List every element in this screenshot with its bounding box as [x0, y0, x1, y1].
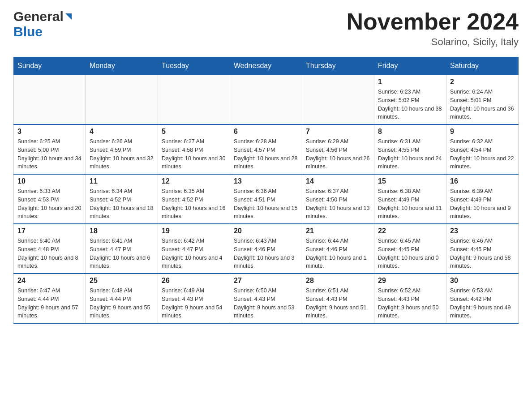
day-info: Sunrise: 6:34 AM Sunset: 4:52 PM Dayligh…	[90, 187, 154, 221]
day-info: Sunrise: 6:39 AM Sunset: 4:49 PM Dayligh…	[450, 187, 515, 221]
logo-blue-text: Blue	[13, 24, 43, 39]
day-number: 18	[90, 227, 154, 235]
logo-general-text: General	[13, 9, 64, 24]
day-info: Sunrise: 6:43 AM Sunset: 4:46 PM Dayligh…	[234, 237, 298, 270]
day-info: Sunrise: 6:33 AM Sunset: 4:53 PM Dayligh…	[17, 187, 82, 221]
calendar-cell	[158, 75, 230, 124]
calendar-week-4: 17Sunrise: 6:40 AM Sunset: 4:48 PM Dayli…	[14, 224, 519, 274]
calendar-cell: 2Sunrise: 6:24 AM Sunset: 5:01 PM Daylig…	[446, 75, 519, 124]
day-info: Sunrise: 6:23 AM Sunset: 5:02 PM Dayligh…	[378, 88, 442, 121]
weekday-header-row: Sunday Monday Tuesday Wednesday Thursday…	[14, 57, 519, 75]
header-monday: Monday	[86, 57, 158, 75]
day-number: 21	[306, 227, 370, 235]
day-info: Sunrise: 6:52 AM Sunset: 4:43 PM Dayligh…	[378, 287, 442, 320]
day-info: Sunrise: 6:47 AM Sunset: 4:44 PM Dayligh…	[17, 287, 82, 320]
calendar-cell: 28Sunrise: 6:51 AM Sunset: 4:43 PM Dayli…	[302, 274, 374, 323]
header-sunday: Sunday	[14, 57, 86, 75]
header-thursday: Thursday	[302, 57, 374, 75]
calendar-cell: 1Sunrise: 6:23 AM Sunset: 5:02 PM Daylig…	[374, 75, 446, 124]
day-number: 14	[306, 177, 370, 185]
calendar-cell: 27Sunrise: 6:50 AM Sunset: 4:43 PM Dayli…	[230, 274, 302, 323]
calendar-cell: 6Sunrise: 6:28 AM Sunset: 4:57 PM Daylig…	[230, 124, 302, 174]
day-info: Sunrise: 6:50 AM Sunset: 4:43 PM Dayligh…	[234, 287, 298, 320]
calendar-cell: 23Sunrise: 6:46 AM Sunset: 4:45 PM Dayli…	[446, 224, 519, 274]
calendar-table: Sunday Monday Tuesday Wednesday Thursday…	[13, 57, 519, 324]
calendar-cell: 9Sunrise: 6:32 AM Sunset: 4:54 PM Daylig…	[446, 124, 519, 174]
day-number: 1	[378, 78, 442, 86]
day-number: 26	[162, 277, 226, 285]
day-number: 17	[17, 227, 82, 235]
day-number: 12	[162, 177, 226, 185]
day-number: 6	[234, 128, 298, 136]
header-tuesday: Tuesday	[158, 57, 230, 75]
title-block: November 2024 Solarino, Sicily, Italy	[347, 9, 519, 48]
day-number: 27	[234, 277, 298, 285]
day-info: Sunrise: 6:41 AM Sunset: 4:47 PM Dayligh…	[90, 237, 154, 270]
calendar-cell: 20Sunrise: 6:43 AM Sunset: 4:46 PM Dayli…	[230, 224, 302, 274]
day-info: Sunrise: 6:42 AM Sunset: 4:47 PM Dayligh…	[162, 237, 226, 270]
day-info: Sunrise: 6:48 AM Sunset: 4:44 PM Dayligh…	[90, 287, 154, 320]
day-number: 4	[90, 128, 154, 136]
day-number: 16	[450, 177, 515, 185]
calendar-cell: 12Sunrise: 6:35 AM Sunset: 4:52 PM Dayli…	[158, 174, 230, 224]
calendar-cell: 22Sunrise: 6:45 AM Sunset: 4:45 PM Dayli…	[374, 224, 446, 274]
calendar-cell: 14Sunrise: 6:37 AM Sunset: 4:50 PM Dayli…	[302, 174, 374, 224]
day-info: Sunrise: 6:29 AM Sunset: 4:56 PM Dayligh…	[306, 137, 370, 171]
calendar-cell: 21Sunrise: 6:44 AM Sunset: 4:46 PM Dayli…	[302, 224, 374, 274]
calendar-cell	[14, 75, 86, 124]
calendar-cell: 26Sunrise: 6:49 AM Sunset: 4:43 PM Dayli…	[158, 274, 230, 323]
logo-arrow-icon	[64, 12, 73, 23]
day-number: 29	[378, 277, 442, 285]
calendar-cell: 30Sunrise: 6:53 AM Sunset: 4:42 PM Dayli…	[446, 274, 519, 323]
calendar-cell: 8Sunrise: 6:31 AM Sunset: 4:55 PM Daylig…	[374, 124, 446, 174]
day-info: Sunrise: 6:37 AM Sunset: 4:50 PM Dayligh…	[306, 187, 370, 221]
day-number: 3	[17, 128, 82, 136]
day-number: 11	[90, 177, 154, 185]
day-number: 13	[234, 177, 298, 185]
calendar-cell: 16Sunrise: 6:39 AM Sunset: 4:49 PM Dayli…	[446, 174, 519, 224]
calendar-cell	[230, 75, 302, 124]
calendar-cell: 17Sunrise: 6:40 AM Sunset: 4:48 PM Dayli…	[14, 224, 86, 274]
calendar-cell: 3Sunrise: 6:25 AM Sunset: 5:00 PM Daylig…	[14, 124, 86, 174]
calendar-cell: 29Sunrise: 6:52 AM Sunset: 4:43 PM Dayli…	[374, 274, 446, 323]
calendar-cell: 25Sunrise: 6:48 AM Sunset: 4:44 PM Dayli…	[86, 274, 158, 323]
day-info: Sunrise: 6:35 AM Sunset: 4:52 PM Dayligh…	[162, 187, 226, 221]
calendar-cell: 15Sunrise: 6:38 AM Sunset: 4:49 PM Dayli…	[374, 174, 446, 224]
calendar-cell: 19Sunrise: 6:42 AM Sunset: 4:47 PM Dayli…	[158, 224, 230, 274]
day-number: 10	[17, 177, 82, 185]
day-info: Sunrise: 6:26 AM Sunset: 4:59 PM Dayligh…	[90, 137, 154, 171]
day-number: 8	[378, 128, 442, 136]
calendar-cell: 13Sunrise: 6:36 AM Sunset: 4:51 PM Dayli…	[230, 174, 302, 224]
location-title: Solarino, Sicily, Italy	[347, 36, 519, 48]
svg-marker-0	[65, 13, 72, 20]
day-info: Sunrise: 6:28 AM Sunset: 4:57 PM Dayligh…	[234, 137, 298, 171]
calendar-cell	[302, 75, 374, 124]
calendar-cell: 7Sunrise: 6:29 AM Sunset: 4:56 PM Daylig…	[302, 124, 374, 174]
day-number: 19	[162, 227, 226, 235]
day-number: 23	[450, 227, 515, 235]
calendar-cell: 10Sunrise: 6:33 AM Sunset: 4:53 PM Dayli…	[14, 174, 86, 224]
day-info: Sunrise: 6:46 AM Sunset: 4:45 PM Dayligh…	[450, 237, 515, 270]
day-number: 25	[90, 277, 154, 285]
header-wednesday: Wednesday	[230, 57, 302, 75]
calendar-cell: 4Sunrise: 6:26 AM Sunset: 4:59 PM Daylig…	[86, 124, 158, 174]
calendar-cell: 18Sunrise: 6:41 AM Sunset: 4:47 PM Dayli…	[86, 224, 158, 274]
day-number: 28	[306, 277, 370, 285]
day-info: Sunrise: 6:51 AM Sunset: 4:43 PM Dayligh…	[306, 287, 370, 320]
page-header: General Blue November 2024 Solarino, Sic…	[13, 9, 519, 48]
day-number: 2	[450, 78, 515, 86]
day-info: Sunrise: 6:25 AM Sunset: 5:00 PM Dayligh…	[17, 137, 82, 171]
day-info: Sunrise: 6:53 AM Sunset: 4:42 PM Dayligh…	[450, 287, 515, 320]
day-number: 7	[306, 128, 370, 136]
calendar-week-3: 10Sunrise: 6:33 AM Sunset: 4:53 PM Dayli…	[14, 174, 519, 224]
header-friday: Friday	[374, 57, 446, 75]
day-info: Sunrise: 6:40 AM Sunset: 4:48 PM Dayligh…	[17, 237, 82, 270]
calendar-cell: 24Sunrise: 6:47 AM Sunset: 4:44 PM Dayli…	[14, 274, 86, 323]
day-info: Sunrise: 6:38 AM Sunset: 4:49 PM Dayligh…	[378, 187, 442, 221]
day-number: 20	[234, 227, 298, 235]
day-number: 24	[17, 277, 82, 285]
day-info: Sunrise: 6:32 AM Sunset: 4:54 PM Dayligh…	[450, 137, 515, 171]
day-number: 9	[450, 128, 515, 136]
calendar-cell: 5Sunrise: 6:27 AM Sunset: 4:58 PM Daylig…	[158, 124, 230, 174]
day-info: Sunrise: 6:36 AM Sunset: 4:51 PM Dayligh…	[234, 187, 298, 221]
